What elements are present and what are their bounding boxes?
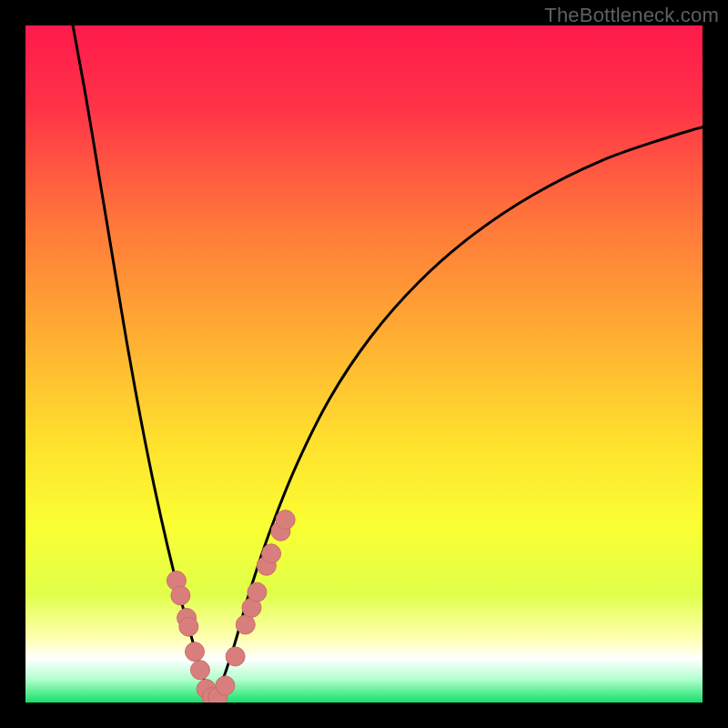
highlight-marker bbox=[190, 661, 209, 680]
plot-background bbox=[25, 25, 703, 703]
highlight-marker bbox=[248, 582, 267, 602]
highlight-marker bbox=[216, 676, 235, 695]
bottleneck-chart bbox=[0, 0, 728, 728]
highlight-marker bbox=[171, 586, 190, 605]
highlight-marker bbox=[186, 642, 205, 662]
highlight-marker bbox=[179, 617, 198, 636]
highlight-marker bbox=[236, 615, 255, 634]
outer-frame: TheBottleneck.com bbox=[0, 0, 728, 728]
highlight-marker bbox=[262, 544, 281, 563]
highlight-marker bbox=[226, 647, 245, 666]
highlight-marker bbox=[276, 511, 295, 530]
